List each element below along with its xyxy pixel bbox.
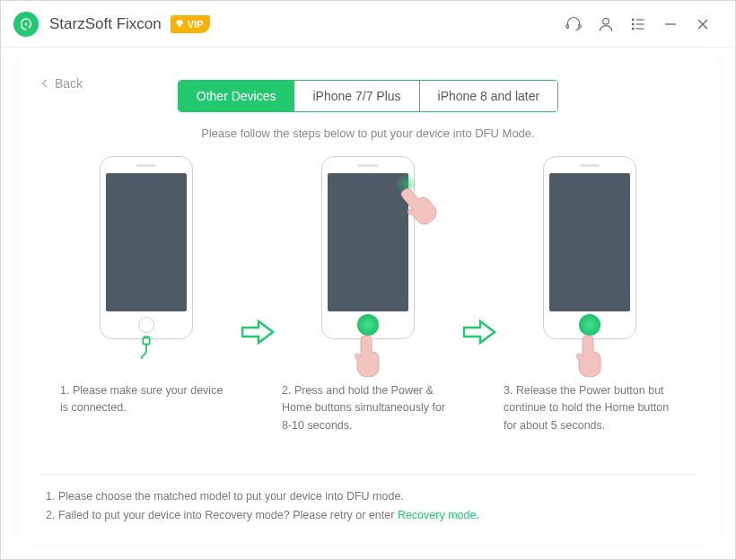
svg-point-6 [632, 28, 634, 30]
chevron-left-icon [39, 77, 51, 90]
svg-point-2 [632, 19, 634, 21]
step-3: 3. Release the Power button but continue… [500, 156, 679, 434]
vip-label: VIP [188, 19, 204, 30]
svg-point-0 [25, 22, 28, 25]
menu-icon[interactable] [622, 8, 654, 40]
step-2-caption: 2. Press and hold the Power & Home butto… [278, 382, 458, 434]
phone-illustration [543, 156, 636, 339]
device-tabs: Other Devices iPhone 7/7 Plus iPhone 8 a… [39, 80, 697, 112]
step-2: 2. Press and hold the Power & Home butto… [278, 156, 458, 434]
recovery-mode-link[interactable]: Recovery mode. [398, 509, 479, 521]
support-icon[interactable] [557, 8, 590, 40]
main-card: Back Other Devices iPhone 7/7 Plus iPhon… [17, 55, 719, 543]
phone-illustration [321, 156, 415, 339]
step-1-caption: 1. Please make sure your device is conne… [57, 382, 236, 417]
tab-other-devices[interactable]: Other Devices [179, 81, 295, 111]
tab-iphone-7[interactable]: iPhone 7/7 Plus [294, 81, 419, 111]
instruction-text: Please follow the steps below to put you… [39, 127, 697, 140]
finger-icon [354, 332, 382, 377]
cable-icon [136, 336, 156, 366]
footer-line-2: 2. Failed to put your device into Recove… [46, 506, 690, 525]
finger-icon [575, 332, 604, 377]
close-button[interactable] [687, 8, 719, 40]
arrow-icon [240, 319, 276, 349]
app-logo-icon [13, 12, 39, 37]
minimize-button[interactable] [654, 8, 687, 40]
tab-iphone-8-later[interactable]: iPhone 8 and later [420, 81, 558, 111]
svg-point-4 [632, 23, 634, 25]
phone-illustration [100, 156, 193, 339]
app-window: StarzSoft Fixcon VIP Back Other [0, 0, 736, 560]
vip-badge[interactable]: VIP [171, 15, 211, 33]
footer-notes: 1. Please choose the matched model to pu… [39, 474, 697, 531]
svg-point-1 [603, 18, 609, 24]
app-title: StarzSoft Fixcon [49, 15, 162, 33]
titlebar: StarzSoft Fixcon VIP [1, 1, 735, 48]
step-1: 1. Please make sure your device is conne… [57, 156, 236, 417]
back-button[interactable]: Back [39, 76, 83, 91]
arrow-icon [461, 319, 497, 349]
step-3-caption: 3. Release the Power button but continue… [500, 382, 679, 434]
diamond-icon [174, 19, 185, 30]
footer-line-1: 1. Please choose the matched model to pu… [46, 487, 690, 506]
back-label: Back [55, 76, 83, 91]
steps-row: 1. Please make sure your device is conne… [39, 156, 697, 434]
account-icon[interactable] [590, 8, 622, 40]
svg-rect-11 [143, 337, 149, 344]
